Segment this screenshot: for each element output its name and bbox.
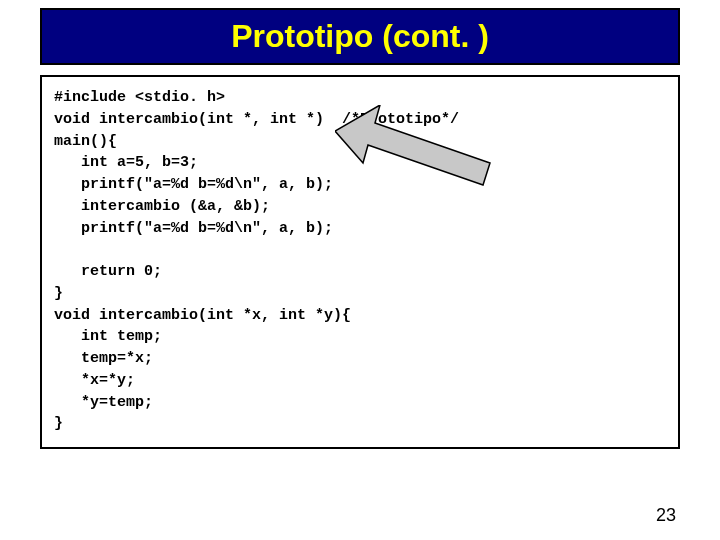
page-number: 23 [656,505,676,526]
code-block: #include <stdio. h> void intercambio(int… [54,87,666,435]
title-bar: Prototipo (cont. ) [40,8,680,65]
code-container: #include <stdio. h> void intercambio(int… [40,75,680,449]
slide-title: Prototipo (cont. ) [42,18,678,55]
